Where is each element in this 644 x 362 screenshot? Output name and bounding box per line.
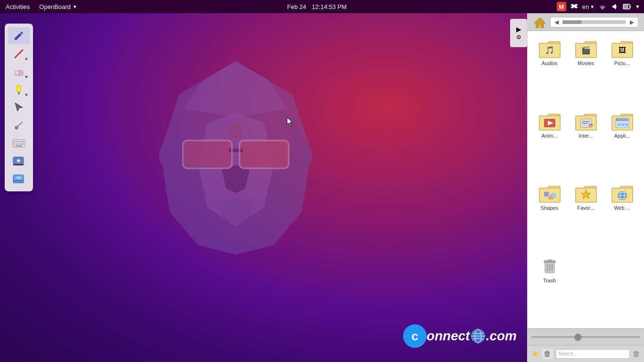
- panel-nav-bar: ◀ ▶: [550, 17, 638, 27]
- shapes-folder-icon: [538, 183, 561, 203]
- svg-text:🎬: 🎬: [581, 46, 591, 55]
- svg-point-77: [619, 119, 620, 120]
- time-label: 12:14:53 PM: [312, 3, 347, 10]
- watermark-c-letter: c: [403, 324, 427, 348]
- svg-point-18: [234, 134, 237, 137]
- app-name-label: OpenBoard: [39, 3, 71, 10]
- svg-rect-20: [630, 6, 631, 8]
- favorites-folder-icon: [575, 183, 597, 203]
- panel-item-trash[interactable]: Trash: [533, 254, 566, 323]
- svg-point-76: [616, 119, 618, 120]
- svg-rect-84: [544, 192, 549, 197]
- media-tool-button[interactable]: [8, 153, 30, 170]
- virtual-tool-button[interactable]: UB: [8, 171, 30, 188]
- panel-home-button[interactable]: [531, 15, 548, 29]
- app-menu[interactable]: OpenBoard ▼: [35, 0, 81, 13]
- panel-nav-left-button[interactable]: ◀: [553, 19, 561, 25]
- topbar-clock: Feb 24 12:14:53 PM: [81, 3, 553, 10]
- zoom-thumb[interactable]: [575, 334, 581, 340]
- trash-button[interactable]: 🗑: [542, 349, 553, 359]
- wifi-icon[interactable]: [598, 2, 607, 11]
- battery-icon[interactable]: [623, 2, 631, 11]
- pointer-tool-button[interactable]: [8, 99, 30, 116]
- svg-rect-48: [13, 181, 24, 183]
- svg-rect-32: [14, 141, 15, 142]
- topbar-indicators: M en ▼: [553, 2, 644, 11]
- search-bar[interactable]: Search...: [556, 349, 630, 359]
- volume-icon[interactable]: [611, 2, 619, 11]
- eraser-tool-button[interactable]: ▶: [8, 63, 30, 80]
- watermark-globe-icon: [470, 328, 486, 344]
- highlighter-tool-button[interactable]: ▶: [8, 81, 30, 98]
- panel-settings-button[interactable]: ⚙: [516, 34, 521, 41]
- keyboard-tool-button[interactable]: [8, 135, 30, 152]
- panel-header: ◀ ▶: [528, 13, 644, 31]
- panel-item-movies[interactable]: 🎬 Movies: [570, 37, 602, 106]
- web-label: Web ...: [614, 205, 630, 211]
- panel-item-favorites[interactable]: Favor...: [570, 181, 602, 250]
- svg-rect-8: [229, 148, 243, 152]
- pictures-folder-icon: 🖼: [611, 39, 634, 58]
- language-indicator[interactable]: en ▼: [582, 3, 594, 10]
- zoom-slider[interactable]: [531, 336, 640, 338]
- watermark-suffix: .com: [486, 329, 517, 344]
- audios-label: Audios: [542, 60, 558, 66]
- svg-rect-27: [18, 92, 20, 94]
- animations-label: Anim...: [541, 133, 557, 139]
- svg-rect-38: [16, 143, 17, 145]
- svg-rect-7: [240, 141, 288, 167]
- right-panel: ◀ ▶ 🎵 Audios: [527, 13, 644, 362]
- panel-item-web[interactable]: Web ...: [606, 181, 638, 250]
- monkey-illustration: [141, 47, 377, 321]
- svg-marker-83: [539, 188, 560, 202]
- panel-item-interactivities[interactable]: ✋ Inter...: [570, 109, 602, 178]
- svg-rect-80: [621, 123, 624, 126]
- svg-point-11: [159, 144, 176, 167]
- mega-icon[interactable]: M: [557, 2, 566, 11]
- svg-rect-41: [23, 143, 24, 145]
- svg-rect-26: [17, 85, 21, 92]
- svg-marker-51: [534, 17, 545, 28]
- favorites-label: Favor...: [577, 205, 594, 211]
- panel-item-pictures[interactable]: 🖼 Pictu...: [606, 37, 638, 106]
- svg-rect-42: [16, 145, 22, 147]
- star-button[interactable]: ★: [531, 349, 539, 359]
- svg-point-17: [238, 126, 241, 129]
- panel-item-applications[interactable]: Appli...: [606, 109, 638, 178]
- panel-nav-right-button[interactable]: ▶: [628, 19, 636, 25]
- svg-rect-81: [625, 123, 628, 126]
- interactivities-label: Inter...: [578, 133, 593, 139]
- highlighter-tool-arrow: ▶: [25, 92, 28, 97]
- svg-rect-44: [13, 164, 24, 165]
- svg-rect-6: [184, 141, 231, 167]
- trash-label: Trash: [543, 278, 556, 283]
- panel-scroll-bar[interactable]: [562, 20, 626, 24]
- svg-rect-40: [21, 143, 22, 145]
- panel-play-button[interactable]: ▶: [516, 25, 521, 33]
- panel-item-animations[interactable]: Anim...: [533, 109, 566, 178]
- power-indicator: ▼: [635, 4, 640, 9]
- svg-rect-39: [18, 143, 20, 145]
- watermark-text: onnect: [427, 329, 470, 344]
- lang-label: en: [582, 3, 589, 10]
- activities-button[interactable]: Activities: [0, 0, 35, 13]
- svg-text:🖼: 🖼: [619, 46, 626, 54]
- panel-delete-button[interactable]: 🗑: [633, 350, 640, 358]
- date-label: Feb 24: [287, 3, 306, 10]
- svg-rect-35: [21, 141, 22, 142]
- laser-tool-button[interactable]: [8, 117, 30, 134]
- panel-zoom-bar: [528, 328, 644, 345]
- pen-tool-button[interactable]: [8, 27, 30, 44]
- movies-label: Movies: [578, 60, 594, 66]
- audios-folder-icon: 🎵: [538, 39, 561, 58]
- svg-rect-79: [618, 123, 620, 126]
- dropbox-icon[interactable]: [570, 2, 578, 11]
- activities-label: Activities: [6, 3, 30, 10]
- panel-item-shapes[interactable]: Shapes: [533, 181, 566, 250]
- panel-item-audios[interactable]: 🎵 Audios: [533, 37, 566, 106]
- svg-rect-34: [18, 141, 20, 142]
- movies-folder-icon: 🎬: [575, 39, 597, 58]
- applications-label: Appli...: [614, 133, 630, 139]
- lang-arrow: ▼: [590, 4, 594, 9]
- pencil-tool-button[interactable]: ▶: [8, 45, 30, 62]
